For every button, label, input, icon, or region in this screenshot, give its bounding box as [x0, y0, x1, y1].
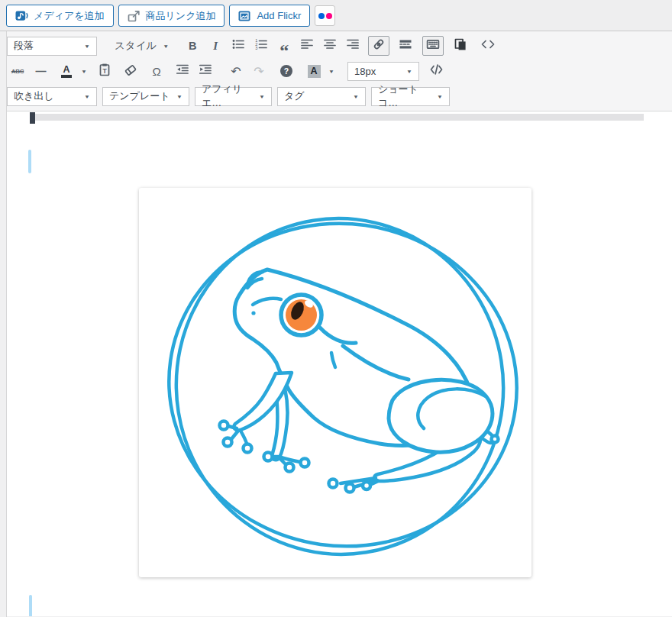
- numbered-list-button[interactable]: 123: [250, 37, 272, 55]
- editor-content-area[interactable]: [7, 111, 672, 616]
- shortcode-value: ショートコ…: [378, 82, 431, 110]
- styles-menu-button[interactable]: スタイル ▼: [108, 37, 176, 56]
- chevron-down-icon: ▼: [406, 68, 412, 73]
- align-right-icon: [345, 37, 360, 55]
- blockquote-button[interactable]: “: [273, 37, 295, 55]
- font-size-select[interactable]: 18px ▼: [347, 62, 419, 81]
- source-code-button[interactable]: [425, 62, 447, 80]
- undo-button[interactable]: ↶: [225, 62, 247, 80]
- content-divider-bar: [30, 114, 644, 121]
- text-color-icon: A: [61, 65, 72, 78]
- text-color-button[interactable]: A: [56, 62, 77, 80]
- toolbar-row-3: 吹き出し ▼ テンプレート ▼ アフィリエ… ▼ タグ ▼ ショートコ… ▼: [7, 86, 672, 106]
- paragraph-format-select[interactable]: 段落 ▼: [7, 37, 97, 56]
- frog-image[interactable]: [139, 188, 531, 577]
- link-button[interactable]: [368, 36, 389, 56]
- photo-icon: [238, 10, 251, 22]
- tag-value: タグ: [284, 89, 305, 103]
- source-code-icon: [428, 62, 444, 80]
- add-product-link-button[interactable]: 商品リンク追加: [118, 5, 225, 27]
- redo-button[interactable]: ↷: [248, 62, 270, 80]
- help-button[interactable]: ?: [276, 62, 297, 80]
- strikethrough-icon: ABC: [11, 68, 24, 75]
- toolbar-row-1: 段落 ▼ スタイル ▼ B I 123 “: [7, 36, 672, 56]
- read-more-button[interactable]: [395, 37, 416, 55]
- redo-icon: ↷: [254, 64, 263, 79]
- outdent-button[interactable]: [172, 62, 193, 80]
- paste-as-text-button[interactable]: T: [94, 62, 115, 80]
- align-left-button[interactable]: [296, 37, 318, 55]
- content-divider-handle: [30, 112, 35, 124]
- chevron-down-icon: ▼: [81, 68, 87, 73]
- special-character-button[interactable]: Ω: [146, 62, 167, 80]
- code-icon: [480, 37, 496, 55]
- media-icon: [15, 10, 28, 22]
- toolbar-row-2: ABC — A ▼ T Ω: [7, 61, 672, 81]
- horizontal-rule-icon: —: [36, 65, 46, 77]
- italic-button[interactable]: I: [205, 37, 226, 55]
- flickr-blue-dot-icon: [318, 13, 325, 19]
- text-color-caret-button[interactable]: ▼: [79, 62, 89, 80]
- code-button[interactable]: [477, 37, 499, 55]
- help-icon: ?: [280, 65, 292, 77]
- add-product-link-label: 商品リンク追加: [146, 9, 216, 23]
- balloon-value: 吹き出し: [14, 89, 54, 103]
- clear-formatting-button[interactable]: [120, 62, 141, 80]
- paste-text-icon: T: [97, 62, 112, 80]
- classic-editor: 段落 ▼ スタイル ▼ B I 123 “: [6, 31, 672, 617]
- omega-icon: Ω: [152, 65, 160, 78]
- balloon-select[interactable]: 吹き出し ▼: [7, 87, 97, 106]
- indent-button[interactable]: [195, 62, 216, 80]
- chevron-down-icon: ▼: [328, 68, 334, 73]
- template-value: テンプレート: [109, 89, 170, 103]
- font-size-value: 18px: [354, 66, 376, 77]
- undo-icon: ↶: [231, 64, 241, 79]
- shortcode-select[interactable]: ショートコ… ▼: [371, 87, 450, 106]
- add-flickr-button[interactable]: Add Flickr: [229, 5, 310, 27]
- affiliate-value: アフィリエ…: [202, 82, 253, 110]
- copy-icon: [453, 37, 468, 55]
- bullet-list-button[interactable]: [228, 37, 249, 55]
- text-cursor-bottom: [29, 595, 32, 616]
- bold-button[interactable]: B: [182, 37, 203, 55]
- tinymce-toolbar: 段落 ▼ スタイル ▼ B I 123 “: [7, 31, 672, 111]
- align-right-button[interactable]: [342, 37, 363, 55]
- flickr-dots-button[interactable]: [315, 5, 335, 26]
- background-color-button[interactable]: A: [303, 62, 325, 80]
- chevron-down-icon: ▼: [163, 43, 169, 48]
- numbered-list-icon: 123: [254, 37, 269, 55]
- eraser-icon: [123, 62, 138, 80]
- keyboard-icon: [425, 37, 441, 55]
- indent-icon: [198, 62, 213, 80]
- strikethrough-button[interactable]: ABC: [7, 62, 28, 80]
- bullet-list-icon: [231, 37, 246, 55]
- align-center-button[interactable]: [319, 37, 341, 55]
- template-select[interactable]: テンプレート ▼: [102, 87, 189, 106]
- svg-text:T: T: [103, 67, 108, 75]
- chevron-down-icon: ▼: [84, 43, 90, 48]
- flickr-pink-dot-icon: [326, 13, 332, 19]
- add-media-button[interactable]: メディアを追加: [6, 5, 114, 27]
- paragraph-format-value: 段落: [14, 39, 34, 53]
- align-left-icon: [299, 37, 315, 55]
- affiliate-select[interactable]: アフィリエ… ▼: [195, 87, 272, 106]
- keyboard-button[interactable]: [422, 36, 444, 56]
- copy-content-button[interactable]: [450, 37, 471, 55]
- tag-select[interactable]: タグ ▼: [277, 87, 366, 106]
- styles-label: スタイル: [115, 39, 157, 53]
- align-center-icon: [322, 37, 338, 55]
- chevron-down-icon: ▼: [437, 93, 443, 99]
- add-media-label: メディアを追加: [34, 9, 105, 23]
- svg-text:3: 3: [255, 46, 257, 50]
- media-buttons-bar: メディアを追加 商品リンク追加 Add Flickr: [0, 0, 672, 31]
- horizontal-rule-button[interactable]: —: [30, 62, 51, 80]
- background-color-caret-button[interactable]: ▼: [326, 62, 337, 80]
- link-icon: [371, 37, 386, 55]
- chevron-down-icon: ▼: [176, 93, 183, 99]
- italic-icon: I: [213, 40, 218, 53]
- bold-icon: B: [189, 40, 196, 52]
- add-flickr-label: Add Flickr: [257, 10, 301, 21]
- frog-illustration: [139, 188, 531, 577]
- chevron-down-icon: ▼: [353, 93, 359, 99]
- read-more-icon: [398, 37, 413, 55]
